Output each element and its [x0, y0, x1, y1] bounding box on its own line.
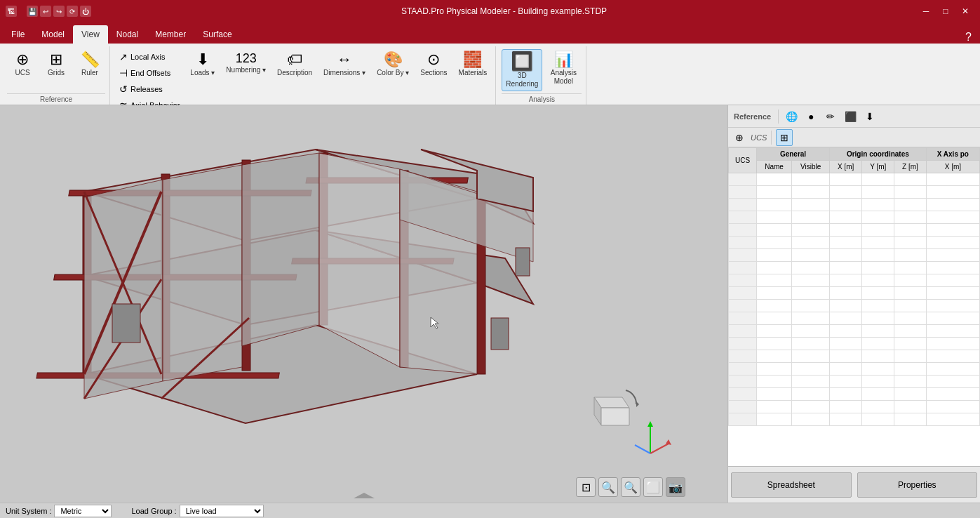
viewport[interactable]: ⊡ 🔍 🔍 ⬜ 📷 [0, 105, 727, 503]
table-row [729, 338, 980, 350]
col-visible: Visible [792, 161, 830, 173]
ucs-divider [771, 131, 772, 145]
zoom-out-button[interactable]: 🔍 [621, 477, 640, 497]
table-row [729, 287, 980, 300]
building-3d-view [0, 105, 727, 503]
3d-rendering-button[interactable]: 🔲 3DRendering [502, 49, 542, 91]
sections-icon: ⊙ [427, 52, 440, 67]
grids-button[interactable]: ⊞ Grids [41, 49, 72, 80]
description-button[interactable]: 🏷 Description [273, 49, 316, 80]
globe-icon-btn[interactable]: 🌐 [783, 108, 800, 125]
dot-btn[interactable]: ● [803, 108, 819, 125]
tab-nodal[interactable]: Nodal [108, 25, 147, 44]
materials-icon: 🧱 [463, 52, 482, 67]
col-xaxis: X [m] [926, 161, 979, 173]
panel-toolbar: Reference 🌐 ● ✏ ⬛ ⬇ [728, 105, 980, 128]
end-offsets-icon: ⊣ [119, 67, 128, 79]
color-by-button[interactable]: 🎨 Color By ▾ [372, 49, 413, 80]
table-row [729, 312, 980, 325]
analysis-model-button[interactable]: 📊 AnalysisModel [545, 49, 582, 88]
color-by-icon: 🎨 [384, 52, 403, 67]
scroll-indicator[interactable] [350, 491, 378, 501]
zoom-in-button[interactable]: 🔍 [598, 477, 618, 497]
unit-system-dropdown[interactable]: Metric Imperial [54, 505, 112, 517]
download-btn[interactable]: ⬇ [861, 108, 878, 125]
app-icon: 🏗 [6, 6, 17, 17]
zoom-box-button[interactable]: ⬜ [643, 477, 663, 497]
main-layout: ⊡ 🔍 🔍 ⬜ 📷 Reference 🌐 ● ✏ ⬛ [0, 105, 980, 503]
zoom-fit-button[interactable]: ⊡ [576, 477, 596, 497]
pen-btn[interactable]: ✏ [822, 108, 839, 125]
numbering-button[interactable]: 123 Numbering ▾ [222, 49, 270, 77]
table-row [729, 363, 980, 376]
maximize-button[interactable]: □ [937, 4, 955, 19]
releases-button[interactable]: ↺ Releases [116, 81, 183, 97]
save-icon[interactable]: 💾 [27, 6, 38, 17]
reference-label: Reference [731, 112, 774, 121]
power-icon[interactable]: ⏻ [80, 6, 91, 17]
ruler-button[interactable]: 📏 Ruler [74, 49, 105, 80]
svg-marker-40 [354, 493, 375, 498]
unit-system-item: Unit System : Metric Imperial [6, 505, 112, 517]
select-btn[interactable]: ⬛ [842, 108, 859, 125]
local-axis-button[interactable]: ↗ Local Axis [116, 49, 183, 65]
help-button[interactable]: ? [960, 31, 977, 44]
window-controls: ─ □ ✕ [917, 4, 974, 19]
title-bar: 🏗 💾 ↩ ↪ ⟳ ⏻ STAAD.Pro Physical Modeler -… [0, 0, 980, 22]
panel-table-container[interactable]: UCS General Origin coordinates X Axis po… [728, 147, 980, 466]
tab-model[interactable]: Model [33, 25, 73, 44]
table-row [729, 300, 980, 312]
materials-button[interactable]: 🧱 Materials [455, 49, 492, 80]
axis-indicator [629, 418, 671, 460]
ucs-button[interactable]: ⊕ UCS [7, 49, 38, 80]
table-row [729, 325, 980, 338]
reference-group-label: Reference [7, 93, 105, 105]
close-button[interactable]: ✕ [956, 4, 974, 19]
col-name: Name [757, 161, 792, 173]
loads-icon: ⬇ [196, 52, 209, 67]
tab-surface[interactable]: Surface [194, 25, 240, 44]
zoom-controls: ⊡ 🔍 🔍 ⬜ 📷 [576, 477, 685, 497]
panel-bottom-buttons: Spreadsheet Properties [728, 466, 980, 503]
title-bar-icons: 🏗 [6, 6, 17, 17]
redo-icon[interactable]: ↪ [53, 6, 65, 17]
ucs-axis-icon[interactable]: ⊕ [731, 129, 748, 146]
status-bar: Unit System : Metric Imperial Load Group… [0, 503, 980, 518]
panel-ucs-row: ⊕ UCS ⊞ [728, 128, 980, 147]
svg-marker-17 [84, 180, 163, 399]
svg-marker-34 [636, 401, 639, 407]
table-header-origin: Origin coordinates [830, 148, 927, 161]
undo-icon[interactable]: ↩ [40, 6, 51, 17]
end-offsets-button[interactable]: ⊣ End Offsets [116, 65, 183, 81]
zoom-screenshot-button[interactable]: 📷 [666, 477, 685, 497]
restart-icon[interactable]: ⟳ [67, 6, 78, 17]
properties-button[interactable]: Properties [857, 472, 978, 498]
svg-rect-27 [112, 304, 140, 343]
svg-marker-33 [601, 408, 629, 425]
table-row [729, 376, 980, 388]
table-col-ucs-label: UCS [729, 148, 757, 173]
unit-system-label: Unit System : [6, 507, 51, 515]
tab-file[interactable]: File [3, 25, 33, 44]
tab-member[interactable]: Member [147, 25, 194, 44]
load-group-label: Load Group : [131, 507, 176, 515]
sections-button[interactable]: ⊙ Sections [416, 49, 451, 80]
dimensions-button[interactable]: ↔ Dimensions ▾ [319, 49, 370, 80]
minimize-button[interactable]: ─ [917, 4, 935, 19]
tab-view[interactable]: View [73, 25, 108, 44]
loads-button[interactable]: ⬇ Loads ▾ [186, 49, 219, 80]
toolbar-divider-1 [778, 109, 779, 124]
title-bar-left: 🏗 💾 ↩ ↪ ⟳ ⏻ [6, 6, 91, 17]
table-row [729, 388, 980, 401]
right-panel: Reference 🌐 ● ✏ ⬛ ⬇ ⊕ UCS ⊞ UCS General … [727, 105, 980, 503]
load-group-dropdown[interactable]: Live load Dead load [180, 505, 264, 517]
3d-rendering-icon: 🔲 [511, 52, 533, 70]
col-y: Y [m] [862, 161, 894, 173]
grid-view-btn[interactable]: ⊞ [776, 129, 793, 146]
load-group-item: Load Group : Live load Dead load [131, 505, 263, 517]
table-row [729, 199, 980, 211]
releases-icon: ↺ [119, 84, 128, 95]
spreadsheet-button[interactable]: Spreadsheet [731, 472, 852, 498]
table-row [729, 186, 980, 199]
svg-line-37 [650, 443, 670, 453]
